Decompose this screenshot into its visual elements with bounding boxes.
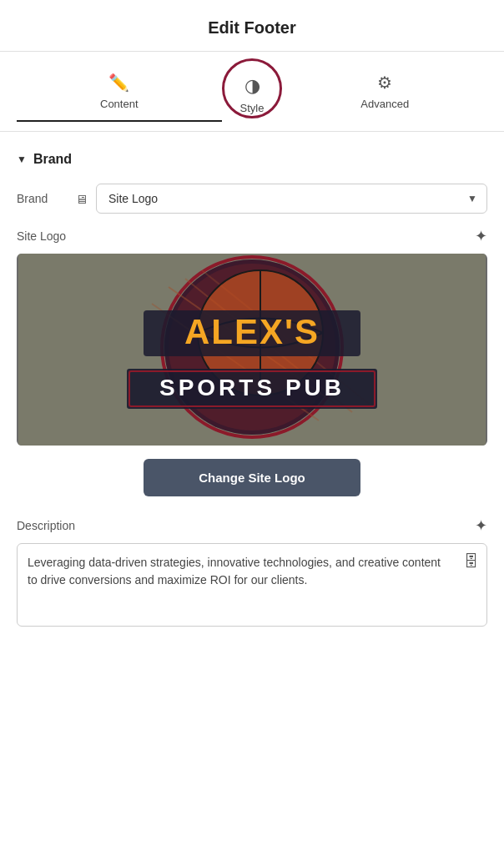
description-textarea-wrapper: Leveraging data-driven strategies, innov… [17, 543, 487, 630]
tab-content[interactable]: ✏️ Content [17, 73, 222, 122]
description-label: Description [17, 519, 75, 532]
brand-select[interactable]: Site Logo Text Image [96, 184, 487, 214]
brand-field-label: Brand [17, 192, 67, 205]
site-logo-label: Site Logo [17, 229, 66, 243]
tab-content-label: Content [100, 98, 139, 110]
brand-section-title: Brand [33, 152, 72, 167]
chevron-down-icon: ▼ [17, 154, 27, 165]
gear-icon: ⚙ [377, 73, 392, 93]
brand-section-header: ▼ Brand [17, 152, 487, 167]
brand-select-wrapper: Site Logo Text Image ▼ [96, 184, 487, 214]
content-area: ▼ Brand Brand 🖥 Site Logo Text Image ▼ S… [0, 132, 504, 647]
tab-style[interactable]: ◑ Style [222, 63, 283, 131]
brand-field-row: Brand 🖥 Site Logo Text Image ▼ [17, 184, 487, 214]
half-circle-icon: ◑ [244, 75, 260, 97]
stack-icon: 🗄 [464, 553, 479, 571]
site-logo-image[interactable]: ALEX'S SPORTS PUB [17, 254, 487, 446]
pub-logo-svg: ALEX'S SPORTS PUB [17, 254, 487, 446]
monitor-icon: 🖥 [75, 192, 88, 206]
tab-advanced[interactable]: ⚙ Advanced [282, 73, 487, 122]
svg-text:SPORTS PUB: SPORTS PUB [159, 375, 345, 400]
description-sparkle-icon[interactable]: ✦ [475, 516, 487, 535]
header: Edit Footer [0, 0, 504, 52]
pencil-icon: ✏️ [108, 73, 129, 93]
page-title: Edit Footer [13, 18, 491, 38]
svg-text:ALEX'S: ALEX'S [184, 312, 320, 351]
change-site-logo-button[interactable]: Change Site Logo [144, 459, 360, 496]
tabs-bar: ✏️ Content ◑ Style ⚙ Advanced [0, 52, 504, 132]
tab-advanced-label: Advanced [360, 98, 409, 110]
description-row: Description ✦ [17, 516, 487, 535]
sparkle-icon[interactable]: ✦ [475, 227, 487, 245]
description-textarea[interactable]: Leveraging data-driven strategies, innov… [17, 543, 487, 627]
site-logo-row: Site Logo ✦ [17, 227, 487, 245]
tab-style-label: Style [240, 102, 265, 114]
